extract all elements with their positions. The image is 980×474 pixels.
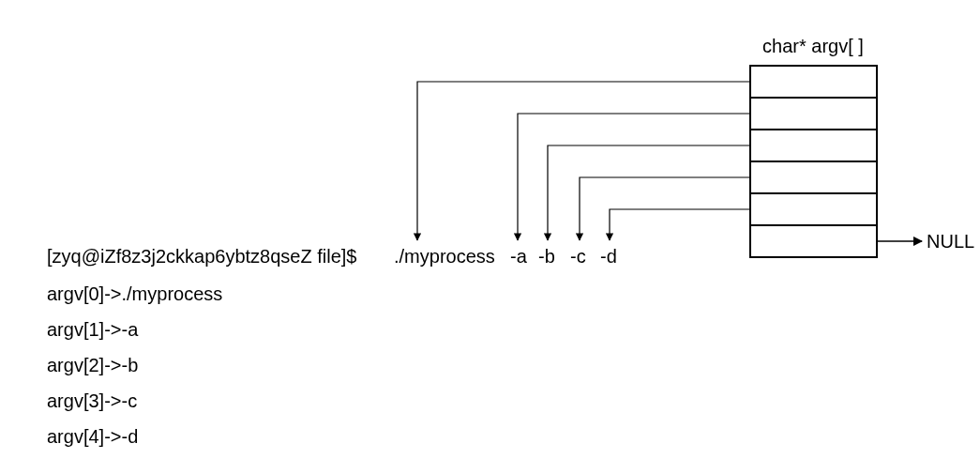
argv-cell-2 <box>750 130 877 161</box>
token-a: -a <box>510 246 528 267</box>
argv-cell-4 <box>750 193 877 225</box>
argv-cell-3 <box>750 161 877 193</box>
token-myprocess: ./myprocess <box>394 246 495 267</box>
pointer-0 <box>417 82 750 240</box>
argv-line-1: argv[1]->-a <box>47 319 139 340</box>
argv-cell-5 <box>750 225 877 257</box>
argv-line-3: argv[3]->-c <box>47 390 137 411</box>
argv-cell-0 <box>750 66 877 98</box>
argv-line-2: argv[2]->-b <box>47 355 138 375</box>
argv-line-4: argv[4]->-d <box>47 426 138 447</box>
null-label: NULL <box>927 231 974 252</box>
argv-array-title: char* argv[ ] <box>762 36 864 56</box>
command-line: [zyq@iZf8z3j2ckkap6ybtz8qseZ file]$ ./my… <box>47 246 617 267</box>
argv-cell-1 <box>750 98 877 130</box>
pointer-4 <box>610 209 750 240</box>
argv-line-0: argv[0]->./myprocess <box>47 283 222 304</box>
token-b: -b <box>538 246 555 267</box>
pointer-2 <box>548 145 750 240</box>
token-c: -c <box>570 246 586 267</box>
prompt-prefix: [zyq@iZf8z3j2ckkap6ybtz8qseZ file]$ <box>47 246 356 267</box>
token-d: -d <box>600 246 617 267</box>
argv-array <box>750 66 877 257</box>
